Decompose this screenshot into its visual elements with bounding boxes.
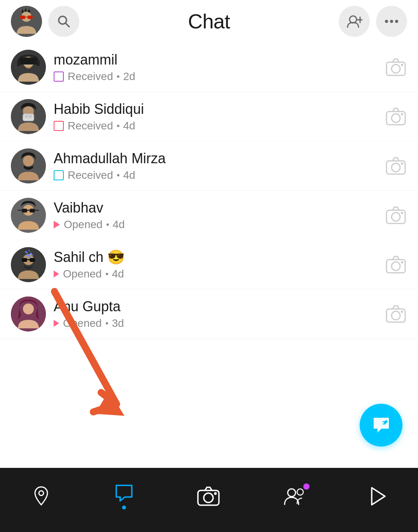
svg-point-31 <box>401 113 403 115</box>
svg-point-35 <box>392 163 400 172</box>
camera-snap-button[interactable] <box>385 105 407 128</box>
status-dot <box>106 322 108 324</box>
svg-line-6 <box>66 23 69 27</box>
chat-status: Received 2d <box>54 70 377 83</box>
nav-item-spotlight[interactable] <box>366 482 390 510</box>
chat-status: Opened 4d <box>54 218 377 231</box>
chat-name: Vaibhav <box>54 200 377 216</box>
svg-rect-39 <box>22 209 27 213</box>
svg-point-20 <box>401 64 403 66</box>
status-text: Opened <box>63 317 102 330</box>
svg-point-19 <box>392 65 400 73</box>
more-options-button[interactable] <box>376 6 407 37</box>
chat-name: Ahmadullah Mirza <box>54 150 377 167</box>
status-dot <box>107 223 109 226</box>
received-icon <box>54 72 64 82</box>
opened-icon <box>54 270 59 277</box>
chat-info: mozammil Received 2d <box>54 52 377 83</box>
nav-item-friends[interactable] <box>279 483 310 510</box>
svg-rect-17 <box>37 61 40 66</box>
camera-snap-button[interactable] <box>385 303 407 325</box>
chat-status: Opened 3d <box>54 317 377 330</box>
svg-point-65 <box>288 489 296 497</box>
svg-rect-23 <box>23 114 34 121</box>
svg-point-56 <box>23 304 34 314</box>
camera-snap-button[interactable] <box>385 56 407 78</box>
status-dot <box>106 273 108 275</box>
chat-status: Received 4d <box>54 169 377 181</box>
chat-name: Sahil ch 😎 <box>54 249 377 265</box>
camera-snap-button[interactable] <box>385 253 407 276</box>
status-time: 4d <box>123 169 135 181</box>
notification-dot <box>303 483 310 490</box>
header-left <box>11 6 79 37</box>
status-time: 4d <box>112 268 124 280</box>
nav-item-map[interactable] <box>28 481 55 511</box>
header: Chat <box>0 0 418 43</box>
svg-point-54 <box>401 261 403 263</box>
status-time: 4d <box>123 120 135 132</box>
compose-fab-button[interactable] <box>360 404 402 447</box>
svg-rect-2 <box>20 16 25 19</box>
camera-snap-button[interactable] <box>385 204 407 227</box>
search-button[interactable] <box>48 6 79 37</box>
friends-icon <box>283 487 306 506</box>
chat-name: Habib Siddiqui <box>54 101 377 117</box>
camera-icon <box>197 487 220 506</box>
svg-point-53 <box>392 262 400 270</box>
chat-info: Anu Gupta Opened 3d <box>54 298 377 330</box>
status-text: Received <box>68 120 113 132</box>
avatar <box>11 198 46 233</box>
avatar <box>11 148 46 183</box>
status-time: 2d <box>123 70 135 83</box>
page-title: Chat <box>79 10 339 33</box>
svg-rect-50 <box>30 258 35 262</box>
map-pin-icon <box>31 485 51 507</box>
status-text: Received <box>68 169 113 181</box>
user-avatar[interactable] <box>11 6 42 37</box>
svg-point-10 <box>385 20 388 23</box>
chat-item[interactable]: Sahil ch 😎 Opened 4d <box>0 240 418 290</box>
avatar <box>11 99 46 134</box>
chat-list: mozammil Received 2d <box>0 43 418 339</box>
chat-bubble-icon <box>114 483 134 503</box>
svg-point-30 <box>392 114 400 122</box>
chat-item[interactable]: Vaibhav Opened 4d <box>0 191 418 240</box>
add-friend-button[interactable] <box>339 6 370 37</box>
svg-point-59 <box>401 310 403 313</box>
svg-point-61 <box>39 491 44 495</box>
svg-point-7 <box>350 16 357 23</box>
avatar <box>11 247 46 282</box>
status-text: Received <box>68 70 113 83</box>
nav-item-chat[interactable] <box>110 479 138 513</box>
chat-status: Received 4d <box>54 120 377 132</box>
play-icon <box>369 486 387 506</box>
chat-item[interactable]: mozammil Received 2d <box>0 43 418 92</box>
svg-point-46 <box>401 212 403 214</box>
svg-point-66 <box>297 489 303 495</box>
svg-point-63 <box>204 493 213 502</box>
svg-rect-40 <box>30 209 35 213</box>
received-icon <box>54 121 64 131</box>
svg-point-64 <box>214 492 217 495</box>
nav-item-camera[interactable] <box>193 483 224 510</box>
chat-item[interactable]: Habib Siddiqui Received 4d <box>0 92 418 141</box>
header-right <box>339 6 407 37</box>
svg-point-33 <box>23 155 34 166</box>
chat-name: Anu Gupta <box>54 298 377 315</box>
status-time: 3d <box>112 317 124 330</box>
status-time: 4d <box>113 218 125 231</box>
svg-rect-15 <box>19 58 38 65</box>
svg-point-11 <box>390 20 393 23</box>
avatar <box>11 50 46 85</box>
svg-marker-60 <box>95 391 124 416</box>
received-icon <box>54 170 64 180</box>
svg-rect-49 <box>22 258 27 262</box>
chat-info: Vaibhav Opened 4d <box>54 200 377 231</box>
svg-point-36 <box>401 162 403 165</box>
chat-item[interactable]: Ahmadullah Mirza Received 4d <box>0 141 418 191</box>
camera-snap-button[interactable] <box>385 155 407 177</box>
chat-item[interactable]: Anu Gupta Opened 3d <box>0 290 418 339</box>
svg-rect-3 <box>28 16 33 19</box>
svg-point-58 <box>392 311 400 320</box>
